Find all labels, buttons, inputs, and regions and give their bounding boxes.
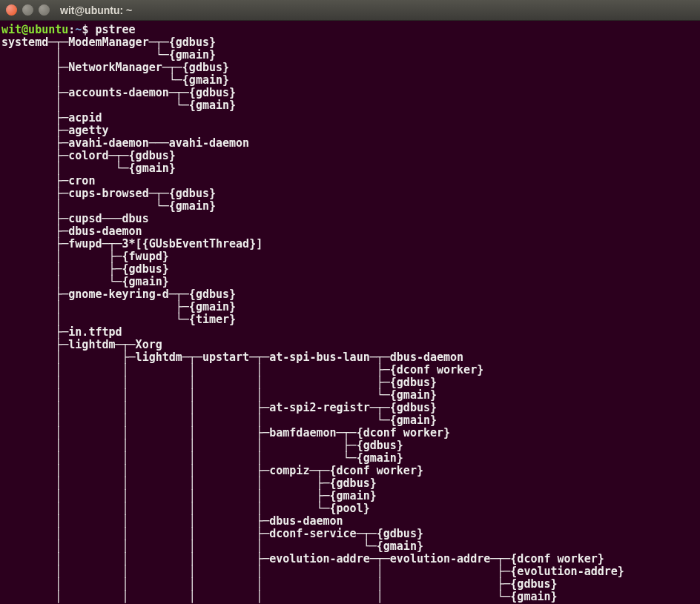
command-text: pstree	[95, 23, 135, 36]
close-icon[interactable]	[6, 4, 17, 16]
pstree-output: systemd─┬─ModemManager─┬─{gdbus} │ └─{gm…	[1, 36, 699, 603]
maximize-icon[interactable]	[39, 4, 50, 16]
window-title: wit@ubuntu: ~	[60, 4, 132, 16]
terminal-area[interactable]: wit@ubuntu:~$ pstree systemd─┬─ModemMana…	[0, 21, 700, 604]
prompt-separator: :	[68, 23, 75, 36]
prompt-sigil: $	[82, 23, 95, 36]
window-controls	[6, 4, 50, 16]
window-titlebar: wit@ubuntu: ~	[0, 0, 700, 21]
minimize-icon[interactable]	[22, 4, 33, 16]
prompt-userhost: wit@ubuntu	[1, 23, 68, 36]
